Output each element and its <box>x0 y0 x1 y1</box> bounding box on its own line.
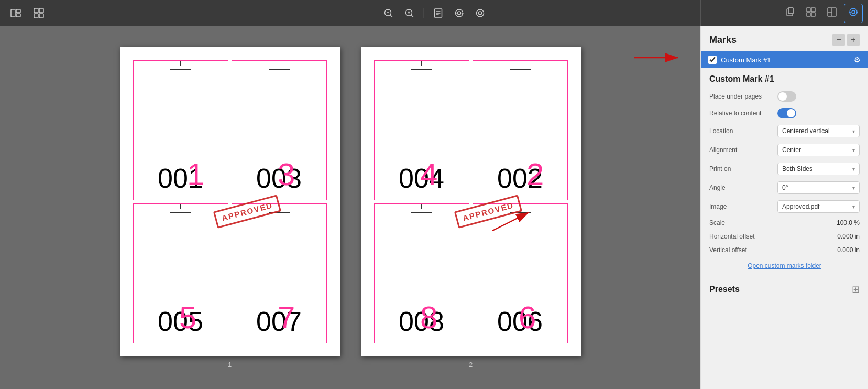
zoom-in-btn[interactable] <box>400 5 418 21</box>
ticket-001: 0011 <box>133 60 228 200</box>
print-on-arrow-icon: ▾ <box>852 166 855 172</box>
canvas-container: 0011 0033 <box>0 26 700 389</box>
ticket-number-007: 0077 <box>256 308 302 335</box>
place-under-toggle[interactable] <box>777 91 796 102</box>
relative-content-toggle[interactable] <box>777 108 796 118</box>
svg-point-25 <box>478 12 481 15</box>
angle-label: Angle <box>709 184 777 191</box>
zoom-out-btn[interactable] <box>379 5 397 21</box>
relative-content-label: Relative to content <box>709 110 777 117</box>
marks-title: Marks <box>709 35 737 46</box>
svg-rect-6 <box>39 14 43 18</box>
layout-grid-btn[interactable] <box>29 5 48 21</box>
scale-label: Scale <box>709 219 777 226</box>
image-label: Image <box>709 203 777 210</box>
v-offset-value: 0.000 in <box>777 246 860 254</box>
v-offset-row: Vertical offset 0.000 in <box>709 246 860 254</box>
page-2: 0044 0022 <box>361 47 581 356</box>
ticket-004: 0044 <box>374 60 469 200</box>
ticket-number-001: 0011 <box>158 165 203 192</box>
panel-layout-btn[interactable] <box>823 4 841 23</box>
alignment-arrow-icon: ▾ <box>852 147 855 153</box>
ticket-number-004: 0044 <box>399 165 444 192</box>
ticket-002: 0022 <box>473 60 568 200</box>
svg-point-37 <box>852 10 855 14</box>
ticket-number-008: 0088 <box>399 308 444 335</box>
ticket-003: 0033 <box>232 60 327 200</box>
angle-arrow-icon: ▾ <box>852 185 855 191</box>
presets-grid-icon[interactable]: ⊞ <box>852 284 860 295</box>
relative-content-row: Relative to content <box>709 108 860 118</box>
custom-mark-item[interactable]: Custom Mark #1 ⚙ <box>701 51 868 68</box>
svg-line-13 <box>411 15 413 17</box>
svg-rect-27 <box>788 8 793 14</box>
place-under-label: Place under pages <box>709 93 777 100</box>
svg-rect-29 <box>807 8 810 12</box>
h-offset-value: 0.000 in <box>777 233 860 240</box>
layout-left-btn[interactable] <box>6 5 25 21</box>
marks-plus-btn[interactable]: + <box>847 34 860 46</box>
image-arrow-icon: ▾ <box>852 204 855 210</box>
marks-header: Marks − + <box>701 26 868 51</box>
location-select[interactable]: Centered vertical ▾ <box>777 125 860 137</box>
pages-container: 0011 0033 <box>120 47 581 369</box>
print-on-value: Both Sides <box>782 165 812 172</box>
panel-target-btn[interactable] <box>844 4 863 23</box>
ticket-top-mark-4 <box>411 61 432 70</box>
custom-mark-gear-icon[interactable]: ⚙ <box>854 56 861 64</box>
print-on-select[interactable]: Both Sides ▾ <box>777 163 860 175</box>
svg-rect-0 <box>11 9 15 17</box>
alignment-value: Center <box>782 146 801 154</box>
toolbar-left <box>6 5 48 21</box>
page-1-label: 1 <box>228 361 232 369</box>
main-content: 0011 0033 <box>0 26 868 389</box>
presets-section: Presets ⊞ <box>701 275 868 295</box>
h-offset-label: Horizontal offset <box>709 233 777 240</box>
panel-grid-btn[interactable] <box>802 4 820 23</box>
ticket-007: 0077 <box>232 203 327 343</box>
location-arrow-icon: ▾ <box>852 128 855 134</box>
fit-page-btn[interactable] <box>429 5 447 21</box>
angle-row: Angle 0° ▾ <box>709 181 860 194</box>
open-folder-link[interactable]: Open custom marks folder <box>709 262 860 269</box>
svg-rect-5 <box>34 14 38 18</box>
h-offset-row: Horizontal offset 0.000 in <box>709 233 860 240</box>
ticket-number-006: 0066 <box>497 308 543 335</box>
ticket-number-005: 0055 <box>158 308 203 335</box>
svg-rect-30 <box>811 8 815 12</box>
scale-row: Scale 100.0 % <box>709 219 860 226</box>
actual-size-btn[interactable] <box>471 5 489 21</box>
svg-rect-31 <box>807 13 810 16</box>
location-label: Location <box>709 127 777 135</box>
ticket-top-mark-3 <box>269 61 290 70</box>
presets-title: Presets <box>709 285 740 294</box>
alignment-select[interactable]: Center ▾ <box>777 144 860 156</box>
mark-detail-section: Custom Mark #1 Place under pages Relativ… <box>701 74 868 269</box>
svg-point-19 <box>457 12 460 15</box>
marks-minus-btn[interactable]: − <box>832 34 845 46</box>
svg-rect-3 <box>34 8 38 13</box>
page-2-label: 2 <box>469 361 473 369</box>
panel-icons-row <box>700 0 868 26</box>
ticket-008: 0088 <box>374 203 469 343</box>
ticket-top-mark-5 <box>170 204 191 213</box>
presets-header: Presets ⊞ <box>709 284 860 295</box>
custom-mark-label: Custom Mark #1 <box>721 56 850 64</box>
image-select[interactable]: Approved.pdf ▾ <box>777 200 860 213</box>
ticket-top-mark-2 <box>510 61 531 70</box>
angle-select[interactable]: 0° ▾ <box>777 181 860 194</box>
panel-copy-btn[interactable] <box>781 4 799 23</box>
svg-rect-1 <box>16 9 20 13</box>
alignment-label: Alignment <box>709 146 777 154</box>
fit-width-btn[interactable] <box>450 5 468 21</box>
ticket-005: 0055 <box>133 203 228 343</box>
svg-rect-4 <box>39 8 43 13</box>
page-2-wrapper: 0044 0022 <box>361 47 581 369</box>
custom-mark-checkbox[interactable] <box>708 56 717 64</box>
alignment-row: Alignment Center ▾ <box>709 144 860 156</box>
place-under-row: Place under pages <box>709 91 860 102</box>
mark-detail-title: Custom Mark #1 <box>709 74 860 84</box>
toolbar-center <box>379 5 489 21</box>
svg-point-18 <box>455 9 463 17</box>
v-offset-label: Vertical offset <box>709 246 777 254</box>
